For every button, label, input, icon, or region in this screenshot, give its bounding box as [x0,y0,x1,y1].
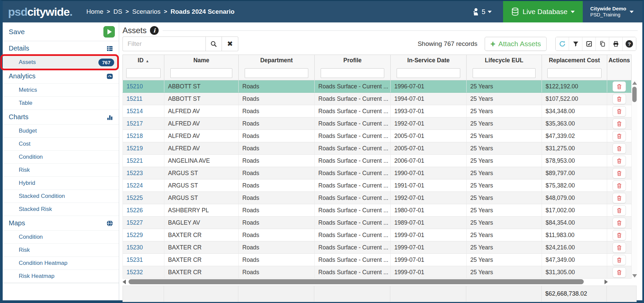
column-header-name[interactable]: Name [164,55,239,66]
asset-id-link[interactable]: 15219 [127,145,143,152]
column-header-id[interactable]: ID▲ [123,55,164,66]
column-filter-lifecycle-eul[interactable] [473,68,536,78]
sidebar-item-table[interactable]: Table [3,97,119,110]
scroll-down-icon[interactable] [632,274,637,278]
breadcrumb-scenarios[interactable]: Scenarios [132,8,161,15]
select-columns-button[interactable] [582,37,596,51]
delete-asset-button[interactable] [613,218,626,228]
vertical-scrollbar[interactable] [632,80,637,278]
asset-id-link[interactable]: 15227 [127,219,143,226]
help-button[interactable]: ? [623,37,636,51]
asset-id-link[interactable]: 15218 [127,133,143,139]
table-row[interactable]: 15232BAXTER CRRoadsRoads Surface - Curre… [123,266,632,279]
asset-id-link[interactable]: 15225 [127,195,143,201]
asset-id-link[interactable]: 15221 [127,157,143,164]
asset-id-link[interactable]: 15231 [127,256,143,263]
scroll-up-icon[interactable] [632,81,637,85]
column-header-replacement-cost[interactable]: Replacement Cost [542,55,607,66]
table-row[interactable]: 15214ALFRED AVRoadsRoads Surface - Curre… [123,105,632,118]
table-row[interactable]: 15231BAXTER CRRoadsRoads Surface - Curre… [123,254,632,266]
breadcrumb-ds[interactable]: DS [113,8,122,15]
table-row[interactable]: 15211ABBOTT STRoadsRoads Surface - Curre… [123,93,632,105]
horizontal-scrollbar[interactable] [123,279,608,284]
run-scenario-button[interactable] [103,26,115,37]
asset-id-link[interactable]: 15217 [127,120,143,127]
sidebar-item-metrics[interactable]: Metrics [3,84,119,97]
delete-asset-button[interactable] [613,242,626,253]
delete-asset-button[interactable] [613,81,626,92]
refresh-button[interactable] [556,37,569,51]
sidebar-item-stacked-condition[interactable]: Stacked Condition [3,190,119,203]
vertical-scroll-thumb[interactable] [632,87,637,102]
filter-input[interactable] [123,36,206,51]
sidebar-item-condition[interactable]: Condition [3,231,119,244]
sidebar-item-budget[interactable]: Budget [3,125,119,138]
asset-id-link[interactable]: 15211 [127,95,142,102]
info-icon[interactable]: i [150,26,159,35]
delete-asset-button[interactable] [613,131,626,141]
column-header-department[interactable]: Department [239,55,315,66]
account-menu[interactable]: Citywide Demo PSD_Training [583,6,642,18]
table-row[interactable]: 15230BAXTER CRRoadsRoads Surface - Curre… [123,241,632,254]
delete-asset-button[interactable] [613,119,626,129]
table-row[interactable]: 15225ARGUS STRoadsRoads Surface - Curren… [123,192,632,204]
active-users-menu[interactable]: 5 [472,8,492,16]
column-filter-in-service-date[interactable] [397,68,460,78]
sidebar-item-risk[interactable]: Risk [3,244,119,257]
table-row[interactable]: 15219ALFRED AVRoadsRoads Surface - Curre… [123,142,632,155]
column-header-in-service-date[interactable]: In-Service Date [391,55,467,66]
column-header-profile[interactable]: Profile [315,55,391,66]
copy-button[interactable] [596,37,609,51]
table-row[interactable]: 15226ASHBERRY PLRoadsRoads Surface - Cur… [123,204,632,217]
asset-id-link[interactable]: 15214 [127,108,143,115]
asset-id-link[interactable]: 15230 [127,244,143,251]
scroll-right-icon[interactable] [605,280,608,284]
sidebar-item-condition[interactable]: Condition [3,151,119,164]
column-filter-replacement-cost[interactable] [547,68,602,78]
filter-clear-button[interactable]: ✖ [222,36,238,51]
asset-id-link[interactable]: 15224 [127,182,143,189]
column-header-lifecycle-eul[interactable]: Lifecycle EUL [467,55,542,66]
scroll-left-icon[interactable] [123,280,126,284]
asset-id-link[interactable]: 15226 [127,207,143,214]
delete-asset-button[interactable] [613,106,626,117]
column-filter-profile[interactable] [321,68,384,78]
delete-asset-button[interactable] [613,230,626,240]
table-row[interactable]: 15221ANGELINA AVERoadsRoads Surface - Cu… [123,155,632,167]
asset-id-link[interactable]: 15232 [127,269,143,276]
delete-asset-button[interactable] [613,193,626,203]
asset-id-link[interactable]: 15229 [127,232,143,238]
column-filter-id[interactable] [126,68,161,78]
sidebar-section-maps[interactable]: Maps [3,216,119,231]
table-row[interactable]: 15227BAGLEY AVRoadsRoads Surface - Curre… [123,217,632,229]
filter-search-button[interactable] [206,36,222,51]
asset-id-link[interactable]: 15210 [127,83,143,90]
sidebar-section-details[interactable]: Details [3,41,119,56]
live-database-button[interactable]: Live Database [503,1,583,22]
table-row[interactable]: 15217ALFRED AVRoadsRoads Surface - Curre… [123,118,632,130]
delete-asset-button[interactable] [613,156,626,166]
delete-asset-button[interactable] [613,143,626,154]
table-row[interactable]: 15229BAXTER CRRoadsRoads Surface - Curre… [123,229,632,241]
table-row[interactable]: 15210ABBOTT STRoadsRoads Surface - Curre… [123,80,632,93]
sidebar-item-risk-heatmap[interactable]: Risk Heatmap [3,270,119,283]
column-filter-department[interactable] [245,68,308,78]
horizontal-scroll-thumb[interactable] [129,279,584,284]
attach-assets-button[interactable]: + Attach Assets [485,37,547,51]
print-button[interactable] [609,37,623,51]
sidebar-item-stacked-risk[interactable]: Stacked Risk [3,203,119,216]
sidebar-item-hybrid[interactable]: Hybrid [3,177,119,190]
delete-asset-button[interactable] [613,205,626,216]
asset-id-link[interactable]: 15223 [127,170,143,176]
delete-asset-button[interactable] [613,255,626,265]
delete-asset-button[interactable] [613,168,626,178]
sidebar-item-risk[interactable]: Risk [3,164,119,177]
column-filter-button[interactable] [569,37,582,51]
delete-asset-button[interactable] [613,94,626,104]
sidebar-item-assets[interactable]: Assets767 [3,56,119,69]
table-row[interactable]: 15218ALFRED AVRoadsRoads Surface - Curre… [123,130,632,142]
column-filter-name[interactable] [170,68,233,78]
delete-asset-button[interactable] [613,180,626,191]
delete-asset-button[interactable] [613,267,626,278]
sidebar-section-charts[interactable]: Charts [3,110,119,125]
